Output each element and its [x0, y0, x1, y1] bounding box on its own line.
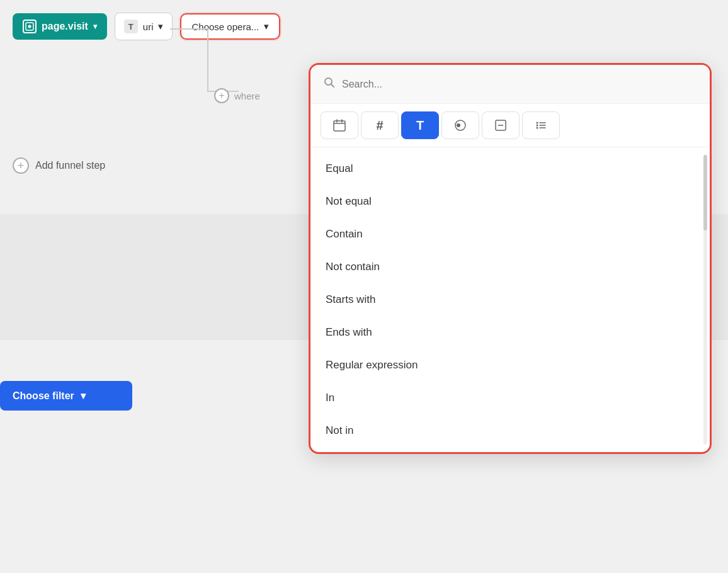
tab-edit[interactable]	[482, 111, 520, 139]
choose-filter-chevron: ▾	[81, 390, 86, 402]
where-label: where	[234, 91, 260, 101]
svg-rect-4	[334, 121, 345, 131]
page-visit-chevron: ▾	[93, 22, 97, 31]
number-tab-label: #	[376, 118, 383, 133]
tab-number[interactable]: #	[361, 111, 399, 139]
svg-point-12	[537, 122, 538, 124]
uri-label: uri	[143, 21, 154, 32]
options-list: Equal Not equal Contain Not contain Star…	[310, 147, 710, 452]
tab-boolean[interactable]	[441, 111, 479, 139]
page-visit-icon	[23, 20, 37, 33]
connector-h1	[170, 28, 208, 30]
search-input[interactable]	[342, 79, 697, 90]
choose-operator-button[interactable]: Choose opera... ▾	[180, 13, 280, 40]
add-funnel-step[interactable]: + Add funnel step	[13, 157, 105, 174]
scrollbar-thumb[interactable]	[703, 155, 707, 230]
main-canvas: page.visit ▾ T uri ▾ Choose opera... ▾ +…	[0, 0, 728, 573]
tab-list[interactable]	[522, 111, 560, 139]
choose-operator-label: Choose opera...	[191, 21, 259, 32]
choose-filter-button[interactable]: Choose filter ▾	[0, 381, 132, 411]
operator-dropdown-panel: # T	[309, 63, 712, 454]
option-not-contain[interactable]: Not contain	[310, 251, 710, 283]
options-container: Equal Not equal Contain Not contain Star…	[310, 147, 710, 452]
svg-point-1	[28, 25, 31, 28]
option-in[interactable]: In	[310, 382, 710, 414]
page-visit-label: page.visit	[42, 21, 88, 32]
search-icon	[323, 76, 336, 92]
choose-operator-chevron: ▾	[264, 21, 269, 32]
connector-v	[207, 28, 208, 91]
scrollbar-track[interactable]	[703, 155, 707, 445]
option-contain[interactable]: Contain	[310, 218, 710, 251]
search-row	[310, 65, 710, 104]
option-not-equal[interactable]: Not equal	[310, 185, 710, 218]
option-ends-with[interactable]: Ends with	[310, 316, 710, 349]
tab-calendar[interactable]	[321, 111, 358, 139]
add-funnel-icon: +	[13, 157, 29, 174]
uri-chevron: ▾	[158, 21, 163, 32]
choose-filter-label: Choose filter	[13, 390, 74, 402]
text-type-icon: T	[124, 20, 138, 33]
svg-point-14	[537, 127, 538, 129]
type-tabs: # T	[310, 104, 710, 147]
option-equal[interactable]: Equal	[310, 152, 710, 185]
page-visit-button[interactable]: page.visit ▾	[13, 13, 107, 40]
option-starts-with[interactable]: Starts with	[310, 283, 710, 316]
svg-line-3	[331, 84, 334, 88]
tab-text[interactable]: T	[401, 111, 439, 139]
where-add-button[interactable]: +	[214, 88, 229, 103]
svg-point-13	[537, 125, 538, 127]
where-row: + where	[214, 88, 260, 103]
option-not-in[interactable]: Not in	[310, 414, 710, 447]
uri-button[interactable]: T uri ▾	[115, 13, 173, 40]
svg-point-9	[457, 123, 460, 127]
text-tab-label: T	[416, 118, 424, 133]
top-row: page.visit ▾ T uri ▾ Choose opera... ▾	[13, 13, 280, 40]
add-funnel-label: Add funnel step	[35, 160, 105, 171]
option-regular-expression[interactable]: Regular expression	[310, 349, 710, 382]
